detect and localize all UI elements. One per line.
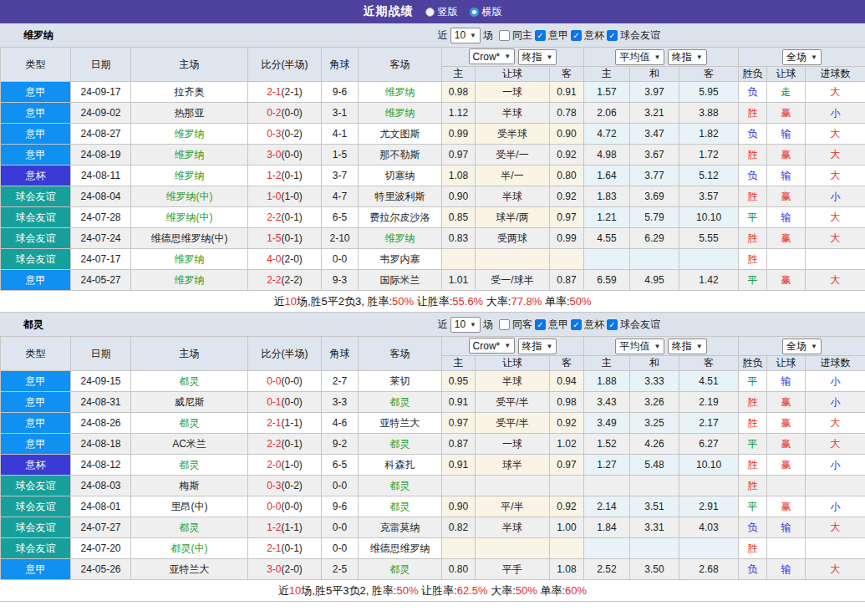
match-date: 24-05-26 [71, 559, 131, 580]
col-score: 比分(半场) [248, 337, 322, 371]
layout-mode-radios: 竖版横版 [414, 5, 502, 19]
match-row: 意甲24-09-17拉齐奥2-1(2-1)9-6维罗纳0.98一球0.911.5… [1, 82, 865, 103]
home-team: 威尼斯 [131, 392, 248, 413]
corners: 2-10 [322, 228, 359, 249]
league-checkbox-coppa[interactable]: ✓ [571, 319, 582, 330]
result-outcome: 平 [739, 496, 767, 517]
mode-label: 横版 [482, 5, 502, 19]
handicap-line: 一球 [476, 82, 550, 103]
avg-stage-select[interactable]: 终指▼ [668, 339, 707, 354]
avg-home-odds [584, 249, 630, 270]
ht-score: (0-1) [282, 542, 303, 554]
away-team: 亚特兰大 [359, 413, 442, 434]
league-checkbox-serie-a[interactable]: ✓ [535, 319, 546, 330]
league-label: 意甲 [548, 318, 568, 332]
col-odds-away: 客 [550, 356, 584, 371]
result-goals: 大 [806, 145, 865, 165]
result-outcome: 负 [739, 165, 767, 186]
same-venue-checkbox[interactable] [499, 30, 510, 41]
league-checkbox-friendly[interactable]: ✓ [607, 319, 618, 330]
result-outcome: 胜 [739, 392, 767, 413]
ft-score: 3-0 [267, 563, 281, 575]
handicap-line: 半球 [476, 103, 550, 124]
mode-radio-vertical[interactable]: 竖版 [425, 5, 458, 19]
match-score: 2-0(1-0) [248, 455, 322, 476]
away-team: 克雷莫纳 [359, 517, 442, 538]
games-label: 场 [483, 28, 493, 43]
ht-score: (0-2) [282, 128, 303, 140]
ht-score: (1-0) [282, 459, 303, 471]
avg-source-select[interactable]: 平均值▼ [615, 49, 664, 65]
odds-provider-select[interactable]: Crow*▼ [469, 338, 516, 354]
odds-away: 0.91 [550, 82, 584, 103]
filter-controls: 近10▼场同主✓意甲✓意杯✓球会友谊 [438, 28, 660, 43]
ft-score: 2-1 [267, 417, 281, 429]
result-goals: 大 [806, 434, 865, 455]
ht-score: (0-1) [282, 232, 303, 244]
result-handicap: 输 [767, 124, 806, 145]
summary-label: 单率: [537, 583, 565, 598]
handicap-line [476, 538, 550, 559]
ft-score: 0-3 [267, 480, 281, 491]
col-handicap: 让球 [476, 356, 550, 371]
avg-source-select[interactable]: 平均值▼ [615, 339, 664, 354]
odds-home: 0.83 [442, 228, 476, 249]
match-count-select[interactable]: 10▼ [450, 317, 481, 333]
home-team: 都灵(中) [131, 538, 248, 559]
mode-radio-horizontal[interactable]: 横版 [470, 5, 502, 19]
odds-stage-select[interactable]: 终指▼ [518, 49, 557, 65]
match-date: 24-05-27 [71, 270, 131, 291]
avg-draw-odds: 6.29 [630, 228, 679, 249]
summary-label: 近 [273, 294, 284, 309]
select-value: 终指 [522, 339, 542, 354]
result-goals: 大 [806, 207, 865, 228]
corners: 6-5 [322, 455, 359, 476]
ft-score: 0-3 [267, 128, 281, 140]
league-label: 意杯 [584, 28, 604, 43]
odds-provider-select[interactable]: Crow*▼ [469, 48, 516, 64]
result-handicap: 赢 [767, 103, 806, 124]
match-date: 24-09-15 [71, 371, 131, 392]
scope-select[interactable]: 全场▼ [782, 339, 822, 354]
avg-home-odds: 4.55 [584, 228, 630, 249]
match-date: 24-08-18 [71, 434, 131, 455]
avg-stage-select[interactable]: 终指▼ [668, 49, 707, 65]
league-checkbox-friendly[interactable]: ✓ [607, 30, 618, 41]
odds-home: 0.87 [442, 434, 476, 455]
scope-select[interactable]: 全场▼ [782, 49, 822, 65]
result-outcome: 胜 [739, 186, 767, 207]
odds-home: 0.97 [442, 145, 476, 165]
result-goals: 小 [806, 371, 865, 392]
odds-home: 0.80 [442, 559, 476, 580]
result-outcome: 平 [739, 270, 767, 291]
same-venue-checkbox[interactable] [499, 319, 510, 330]
avg-draw-odds: 3.31 [630, 517, 679, 538]
match-date: 24-07-24 [71, 228, 131, 249]
col-result: 胜负 [739, 67, 767, 82]
league-checkbox-serie-a[interactable]: ✓ [535, 30, 546, 41]
home-team: 梅斯 [131, 476, 248, 496]
odds-home: 0.99 [442, 124, 476, 145]
result-outcome: 负 [739, 82, 767, 103]
ft-score: 4-0 [267, 253, 281, 265]
match-date: 24-08-12 [71, 455, 131, 476]
avg-away-odds [679, 476, 739, 496]
corners: 6-5 [322, 207, 359, 228]
ft-score: 1-5 [267, 232, 281, 244]
summary-value: 10 [284, 295, 296, 308]
ht-score: (0-2) [282, 480, 303, 491]
match-score: 2-1(2-1) [248, 82, 322, 103]
match-score: 3-0(0-0) [248, 145, 322, 165]
result-outcome: 胜 [739, 249, 767, 270]
odds-away: 0.78 [550, 103, 584, 124]
result-goals [806, 538, 865, 559]
away-team: 科森扎 [359, 455, 442, 476]
avg-home-odds: 1.84 [584, 517, 630, 538]
match-date: 24-07-27 [71, 517, 131, 538]
match-count-select[interactable]: 10▼ [450, 28, 481, 43]
league-checkbox-coppa[interactable]: ✓ [571, 30, 582, 41]
summary-label: 场,胜5平2负3, 胜率: [297, 294, 392, 309]
match-date: 24-08-03 [71, 476, 131, 496]
match-row: 球会友谊24-07-28维罗纳(中)2-2(0-1)6-5费拉尔皮沙洛0.85球… [1, 207, 865, 228]
odds-stage-select[interactable]: 终指▼ [518, 339, 557, 354]
